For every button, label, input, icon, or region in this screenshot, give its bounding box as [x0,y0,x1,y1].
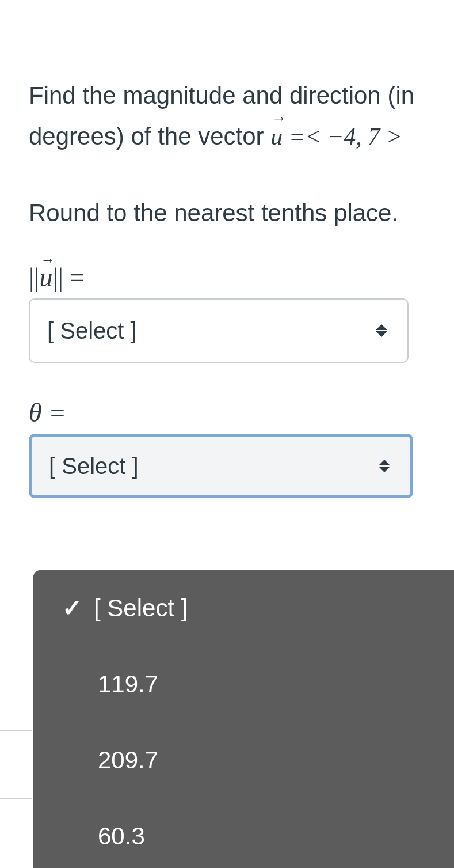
vector-value: =< −4, 7 > [283,123,402,150]
magnitude-symbol: u [39,262,52,293]
question-prompt: Find the magnitude and direction (in deg… [29,75,425,158]
check-icon: ✓ [62,594,82,622]
dropdown-option-text: 60.3 [98,822,145,850]
direction-dropdown-menu: ✓ [ Select ] 119.7 209.7 60.3 [33,570,454,868]
dropdown-option-text: 209.7 [98,746,158,774]
direction-select-placeholder: [ Select ] [49,453,139,479]
magnitude-select-placeholder: [ Select ] [47,318,137,344]
direction-select[interactable]: [ Select ] [29,434,413,498]
direction-answer-row: θ = [ Select ] [29,397,425,498]
dropdown-option-text: 119.7 [98,670,158,698]
chevron-updown-icon [373,322,390,339]
magnitude-select[interactable]: [ Select ] [29,298,409,363]
dropdown-option-2[interactable]: 209.7 [33,722,454,798]
direction-label: θ = [29,397,66,428]
bottom-divider [0,730,32,799]
dropdown-option-1[interactable]: 119.7 [33,646,454,722]
norm-close: || = [52,263,85,292]
question-content: Find the magnitude and direction (in deg… [0,0,454,498]
dropdown-option-placeholder[interactable]: ✓ [ Select ] [33,570,454,646]
chevron-updown-icon [376,457,393,475]
vector-symbol: u [270,116,283,157]
dropdown-option-text: [ Select ] [94,594,188,622]
rounding-instruction: Round to the nearest tenths place. [29,192,425,233]
theta-symbol: θ = [29,398,66,427]
vector-expression: u =< −4, 7 > [270,123,402,150]
magnitude-label: ||u|| = [29,262,85,293]
norm-open: || [29,263,39,292]
dropdown-option-3[interactable]: 60.3 [33,798,454,868]
magnitude-answer-row: ||u|| = [ Select ] [29,262,425,363]
